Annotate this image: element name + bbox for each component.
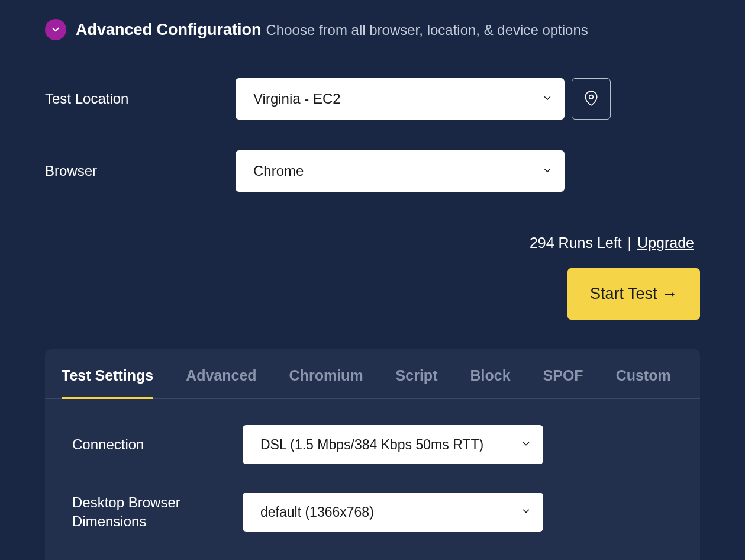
tab-test-settings[interactable]: Test Settings xyxy=(62,349,153,399)
tabs-row: Test Settings Advanced Chromium Script B… xyxy=(45,349,700,399)
upgrade-link[interactable]: Upgrade xyxy=(637,234,694,252)
config-title: Advanced Configuration xyxy=(76,21,262,39)
tab-advanced[interactable]: Advanced xyxy=(186,349,256,399)
map-pin-icon xyxy=(583,91,599,108)
chevron-down-icon xyxy=(521,437,531,453)
chevron-down-icon xyxy=(542,163,553,179)
chevron-down-icon xyxy=(542,91,553,107)
tab-custom[interactable]: Custom xyxy=(616,349,671,399)
config-subtitle: Choose from all browser, location, & dev… xyxy=(266,22,588,38)
test-location-value: Virginia - EC2 xyxy=(253,91,341,107)
connection-label: Connection xyxy=(72,435,243,454)
start-test-button[interactable]: Start Test → xyxy=(567,268,700,320)
dimensions-select[interactable]: default (1366x768) xyxy=(243,493,543,532)
pipe-separator: | xyxy=(625,234,634,252)
chevron-down-icon xyxy=(45,19,66,40)
test-location-label: Test Location xyxy=(45,91,228,107)
chevron-down-icon xyxy=(521,504,531,520)
svg-point-0 xyxy=(589,95,594,99)
dimensions-label: Desktop Browser Dimensions xyxy=(72,493,243,532)
tab-chromium[interactable]: Chromium xyxy=(289,349,363,399)
dimensions-value: default (1366x768) xyxy=(260,504,374,520)
tab-block[interactable]: Block xyxy=(470,349,510,399)
browser-value: Chrome xyxy=(253,163,304,179)
connection-select[interactable]: DSL (1.5 Mbps/384 Kbps 50ms RTT) xyxy=(243,425,543,464)
settings-panel: Test Settings Advanced Chromium Script B… xyxy=(45,349,700,560)
connection-value: DSL (1.5 Mbps/384 Kbps 50ms RTT) xyxy=(260,437,483,453)
tab-spof[interactable]: SPOF xyxy=(543,349,583,399)
runs-left-text: 294 Runs Left xyxy=(530,234,622,252)
test-location-select[interactable]: Virginia - EC2 xyxy=(236,78,565,120)
advanced-config-header[interactable]: Advanced Configuration Choose from all b… xyxy=(45,19,700,40)
browser-label: Browser xyxy=(45,163,228,179)
start-test-label: Start Test → xyxy=(590,285,678,303)
browser-select[interactable]: Chrome xyxy=(236,150,565,192)
tab-script[interactable]: Script xyxy=(396,349,438,399)
map-pin-button[interactable] xyxy=(572,78,611,120)
